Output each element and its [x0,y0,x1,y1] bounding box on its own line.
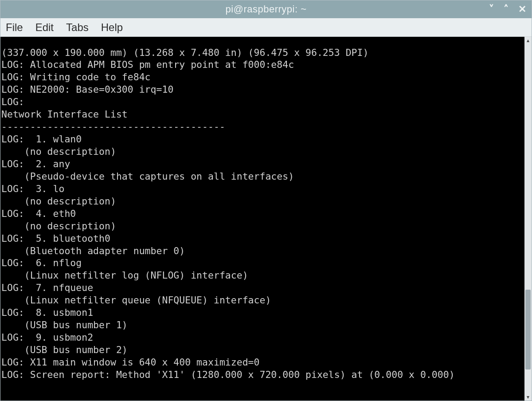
menubar: File Edit Tabs Help [0,18,532,37]
terminal-area: (337.000 x 190.000 mm) (13.268 x 7.480 i… [0,37,532,401]
terminal-window: pi@raspberrypi: ~ ˅ ˄ ✕ File Edit Tabs H… [0,0,532,401]
menu-edit[interactable]: Edit [35,21,54,34]
minimize-button[interactable]: ˅ [489,4,494,14]
scroll-up-icon[interactable]: ▴ [524,37,532,44]
scrollbar[interactable]: ▴ ▾ [524,37,532,401]
close-button[interactable]: ✕ [518,4,526,14]
window-controls: ˅ ˄ ✕ [489,0,526,18]
menu-tabs[interactable]: Tabs [66,21,89,34]
maximize-button[interactable]: ˄ [504,4,509,14]
menu-help[interactable]: Help [101,21,123,34]
scroll-down-icon[interactable]: ▾ [524,393,532,401]
terminal-output[interactable]: (337.000 x 190.000 mm) (13.268 x 7.480 i… [0,47,524,391]
scroll-thumb[interactable] [525,290,531,370]
menu-file[interactable]: File [6,21,23,34]
titlebar[interactable]: pi@raspberrypi: ~ ˅ ˄ ✕ [0,0,532,18]
window-title: pi@raspberrypi: ~ [225,4,306,15]
